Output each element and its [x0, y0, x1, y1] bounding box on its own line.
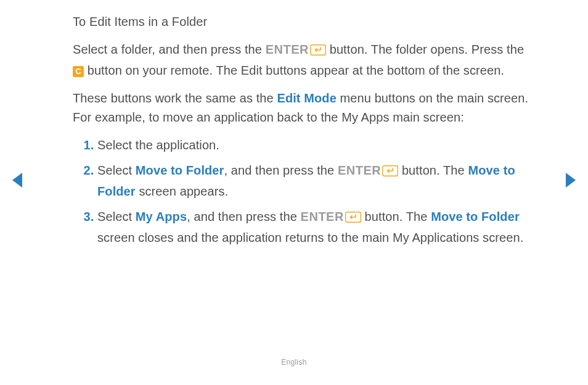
step-3: Select My Apps, and then press the ENTER… [97, 207, 529, 247]
nav-prev-arrow[interactable] [12, 173, 22, 188]
text: Select the application. [97, 138, 219, 152]
enter-icon [382, 163, 398, 182]
text: screen appears. [136, 184, 229, 198]
edit-mode-term: Edit Mode [277, 91, 336, 105]
page-title: To Edit Items in a Folder [73, 12, 529, 31]
text: , and then press the [187, 210, 300, 223]
intro-paragraph-1: Select a folder, and then press the ENTE… [73, 40, 529, 80]
my-apps-term: My Apps [136, 210, 187, 223]
nav-next-arrow[interactable] [566, 173, 576, 188]
enter-label: ENTER [266, 43, 309, 56]
text: button. The folder opens. Press the [326, 43, 524, 56]
steps-list: Select the application. Select Move to F… [79, 136, 529, 247]
text: These buttons work the same as the [73, 91, 277, 105]
text: Select [97, 164, 136, 177]
c-button-icon: C [73, 66, 84, 77]
step-2: Select Move to Folder, and then press th… [97, 161, 529, 201]
intro-paragraph-2: These buttons work the same as the Edit … [73, 89, 529, 127]
content-body: To Edit Items in a Folder Select a folde… [73, 12, 529, 254]
enter-label: ENTER [338, 164, 381, 177]
text: Select a folder, and then press the [73, 43, 266, 56]
move-to-folder-term: Move to Folder [136, 164, 224, 177]
enter-icon [345, 209, 361, 228]
enter-icon [310, 42, 326, 61]
step-1: Select the application. [97, 136, 529, 155]
enter-label: ENTER [301, 210, 344, 223]
text: button. The [398, 164, 468, 177]
footer-language: English [0, 358, 588, 366]
move-to-folder-term: Move to Folder [431, 210, 520, 223]
text: screen closes and the application return… [97, 231, 523, 244]
text: button. The [361, 210, 431, 223]
text: , and then press the [224, 164, 337, 177]
text: button on your remote. The Edit buttons … [84, 64, 504, 77]
text: Select [97, 210, 136, 223]
